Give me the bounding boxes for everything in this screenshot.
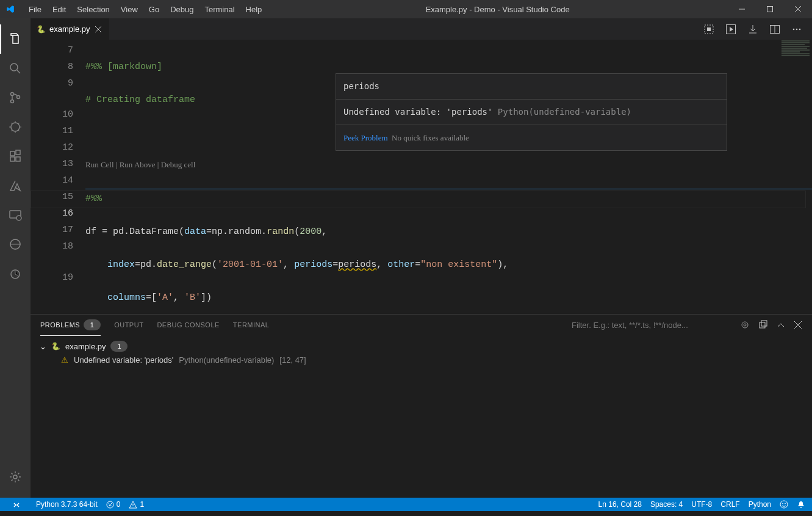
svg-rect-25 bbox=[761, 321, 767, 326]
line-number: 12 bbox=[31, 139, 73, 156]
errors-count[interactable]: 0 bbox=[102, 498, 125, 511]
svg-rect-16 bbox=[707, 27, 711, 31]
code-line[interactable]: df = pd.DataFrame(data=np.random.randn(2… bbox=[85, 223, 812, 240]
activity-bar bbox=[0, 18, 31, 498]
feedback-icon[interactable] bbox=[775, 498, 792, 511]
svg-rect-9 bbox=[16, 150, 20, 154]
filter-settings-icon[interactable] bbox=[740, 320, 750, 330]
line-number-gutter: 7 8 9 10 11 12 13 14 15 16 17 18 19 bbox=[31, 40, 85, 314]
svg-point-4 bbox=[17, 96, 20, 99]
line-number: 7 bbox=[31, 42, 73, 59]
svg-point-27 bbox=[780, 501, 788, 508]
codelens[interactable]: Run Cell | Run Above | Debug cell bbox=[85, 158, 812, 172]
problem-row[interactable]: ⚠ Undefined variable: 'periods' Python(u… bbox=[39, 354, 803, 366]
notifications-icon[interactable] bbox=[792, 498, 810, 511]
close-button[interactable] bbox=[784, 0, 812, 18]
tab-example-py[interactable]: 🐍 example.py bbox=[31, 18, 110, 40]
panel: PROBLEMS1 OUTPUT DEBUG CONSOLE TERMINAL … bbox=[31, 314, 812, 498]
code-line[interactable]: #%% bbox=[85, 189, 812, 207]
problem-location: [12, 47] bbox=[279, 355, 306, 365]
warnings-count[interactable]: 1 bbox=[124, 498, 148, 511]
python-interpreter[interactable]: Python 3.7.3 64-bit bbox=[32, 498, 102, 511]
svg-rect-0 bbox=[767, 7, 773, 12]
indentation[interactable]: Spaces: 4 bbox=[646, 498, 687, 511]
explorer-icon[interactable] bbox=[0, 24, 31, 54]
source-control-icon[interactable] bbox=[0, 83, 31, 112]
minimap[interactable] bbox=[751, 40, 812, 314]
menu-edit[interactable]: Edit bbox=[47, 1, 71, 18]
file-problem-count: 1 bbox=[110, 341, 128, 352]
menu-file[interactable]: File bbox=[23, 1, 47, 18]
maximize-button[interactable] bbox=[756, 0, 784, 18]
terminal-tab[interactable]: TERMINAL bbox=[233, 314, 270, 335]
remote-indicator[interactable] bbox=[2, 498, 31, 511]
output-tab[interactable]: OUTPUT bbox=[114, 314, 143, 335]
line-number bbox=[31, 255, 73, 269]
hover-widget: periods Undefined variable: 'periods' Py… bbox=[336, 73, 727, 151]
code-line[interactable]: index=pd.date_range('2001-01-01', period… bbox=[85, 256, 812, 273]
svg-point-14 bbox=[13, 475, 17, 479]
more-actions-icon[interactable] bbox=[790, 23, 803, 36]
problems-filter-input[interactable] bbox=[570, 320, 731, 330]
extensions-icon[interactable] bbox=[0, 142, 31, 171]
docker-icon[interactable] bbox=[0, 259, 31, 288]
encoding[interactable]: UTF-8 bbox=[687, 498, 716, 511]
remote-explorer-icon[interactable] bbox=[0, 200, 31, 230]
chevron-down-icon[interactable]: ⌄ bbox=[39, 342, 46, 351]
tab-close-icon[interactable] bbox=[93, 24, 103, 34]
problems-badge: 1 bbox=[84, 319, 101, 330]
settings-gear-icon[interactable] bbox=[0, 462, 31, 492]
svg-point-11 bbox=[16, 216, 21, 220]
tabs-row: 🐍 example.py bbox=[31, 18, 812, 40]
svg-rect-6 bbox=[10, 151, 15, 156]
menu-bar: File Edit Selection View Go Debug Termin… bbox=[23, 1, 267, 18]
collapse-all-icon[interactable] bbox=[758, 320, 768, 330]
hover-actions: Peek Problem No quick fixes available bbox=[336, 125, 727, 150]
run-file-interactive-icon[interactable] bbox=[702, 23, 716, 36]
menu-terminal[interactable]: Terminal bbox=[199, 1, 240, 18]
environments-icon[interactable] bbox=[0, 230, 31, 259]
menu-go[interactable]: Go bbox=[143, 1, 165, 18]
menu-help[interactable]: Help bbox=[240, 1, 268, 18]
problem-message: Undefined variable: 'periods' bbox=[74, 355, 173, 365]
window-controls bbox=[728, 0, 812, 18]
code-line[interactable]: columns=['A', 'B']) bbox=[85, 289, 812, 306]
status-right: Ln 16, Col 28 Spaces: 4 UTF-8 CRLF Pytho… bbox=[594, 498, 810, 511]
line-number: 14 bbox=[31, 172, 73, 189]
eol[interactable]: CRLF bbox=[716, 498, 744, 511]
peek-problem-link[interactable]: Peek Problem bbox=[343, 133, 388, 142]
import-notebook-icon[interactable] bbox=[746, 23, 760, 36]
svg-point-21 bbox=[799, 28, 801, 30]
line-number bbox=[31, 92, 73, 106]
svg-point-29 bbox=[785, 503, 786, 504]
panel-toolbar bbox=[570, 320, 802, 330]
problem-file-name: example.py bbox=[65, 342, 106, 351]
problem-file-row[interactable]: ⌄ 🐍 example.py 1 bbox=[39, 339, 803, 354]
title-bar: File Edit Selection View Go Debug Termin… bbox=[0, 0, 812, 18]
line-number: 17 bbox=[31, 222, 73, 238]
menu-debug[interactable]: Debug bbox=[165, 1, 199, 18]
debug-run-icon[interactable] bbox=[0, 112, 31, 142]
problems-tab[interactable]: PROBLEMS1 bbox=[40, 314, 101, 336]
debug-console-tab[interactable]: DEBUG CONSOLE bbox=[157, 314, 219, 335]
language-mode[interactable]: Python bbox=[744, 498, 775, 511]
hover-message: Undefined variable: 'periods' Python(und… bbox=[336, 100, 727, 125]
status-bar: Python 3.7.3 64-bit 0 1 Ln 16, Col 28 Sp… bbox=[0, 498, 812, 511]
menu-selection[interactable]: Selection bbox=[71, 1, 115, 18]
svg-point-28 bbox=[782, 503, 783, 504]
code-line[interactable]: #%% [markdown] bbox=[85, 59, 812, 75]
line-number: 8 bbox=[31, 59, 73, 75]
split-editor-icon[interactable] bbox=[768, 23, 781, 36]
maximize-panel-icon[interactable] bbox=[777, 321, 785, 329]
line-number: 11 bbox=[31, 123, 73, 139]
code-editor[interactable]: 7 8 9 10 11 12 13 14 15 16 17 18 19 #%% … bbox=[31, 40, 812, 314]
minimize-button[interactable] bbox=[728, 0, 756, 18]
azure-icon[interactable] bbox=[0, 171, 31, 200]
menu-view[interactable]: View bbox=[115, 1, 143, 18]
cursor-position[interactable]: Ln 16, Col 28 bbox=[594, 498, 646, 511]
close-panel-icon[interactable] bbox=[794, 321, 802, 329]
run-cell-icon[interactable] bbox=[724, 23, 738, 36]
svg-point-2 bbox=[11, 93, 14, 96]
search-icon[interactable] bbox=[0, 54, 31, 83]
vscode-logo-icon bbox=[6, 5, 15, 13]
